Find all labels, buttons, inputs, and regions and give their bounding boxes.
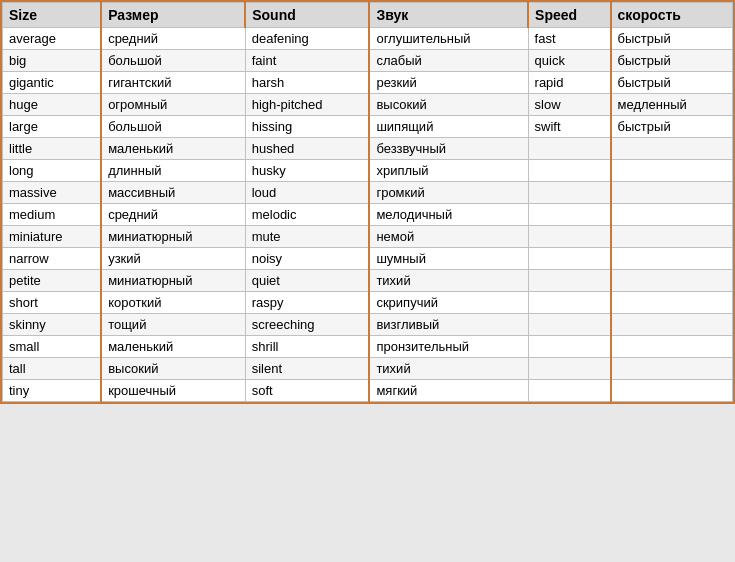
table-cell: miniature: [3, 226, 102, 248]
table-cell: medium: [3, 204, 102, 226]
table-cell: [611, 138, 733, 160]
table-cell: [611, 292, 733, 314]
table-cell: тихий: [369, 358, 528, 380]
table-cell: silent: [245, 358, 369, 380]
table-cell: беззвучный: [369, 138, 528, 160]
table-row: largeбольшойhissingшипящийswiftбыстрый: [3, 116, 733, 138]
table-cell: большой: [101, 116, 245, 138]
table-cell: большой: [101, 50, 245, 72]
table-cell: narrow: [3, 248, 102, 270]
table-row: longдлинныйhuskyхриплый: [3, 160, 733, 182]
table-cell: quiet: [245, 270, 369, 292]
table-cell: [611, 270, 733, 292]
header-sound-en: Sound: [245, 3, 369, 28]
table-row: averageсреднийdeafeningоглушительныйfast…: [3, 28, 733, 50]
table-cell: [611, 336, 733, 358]
table-cell: [528, 138, 611, 160]
table-cell: тихий: [369, 270, 528, 292]
table-row: massiveмассивныйloudгромкий: [3, 182, 733, 204]
table-cell: average: [3, 28, 102, 50]
table-cell: резкий: [369, 72, 528, 94]
table-cell: шипящий: [369, 116, 528, 138]
table-cell: быстрый: [611, 28, 733, 50]
table-cell: средний: [101, 28, 245, 50]
table-cell: harsh: [245, 72, 369, 94]
table-cell: скрипучий: [369, 292, 528, 314]
table-cell: [611, 160, 733, 182]
table-cell: [528, 314, 611, 336]
table-cell: little: [3, 138, 102, 160]
table-cell: [528, 248, 611, 270]
table-cell: high-pitched: [245, 94, 369, 116]
table-cell: шумный: [369, 248, 528, 270]
table-cell: raspy: [245, 292, 369, 314]
table-cell: [528, 380, 611, 402]
table-row: giganticгигантскийharshрезкийrapidбыстры…: [3, 72, 733, 94]
table-row: tinyкрошечныйsoftмягкий: [3, 380, 733, 402]
table-cell: длинный: [101, 160, 245, 182]
table-cell: маленький: [101, 336, 245, 358]
table-cell: screeching: [245, 314, 369, 336]
table-row: miniatureминиатюрныйmuteнемой: [3, 226, 733, 248]
table-cell: [611, 226, 733, 248]
table-cell: огромный: [101, 94, 245, 116]
table-cell: shrill: [245, 336, 369, 358]
table-cell: quick: [528, 50, 611, 72]
table-cell: huge: [3, 94, 102, 116]
table-cell: пронзительный: [369, 336, 528, 358]
table-cell: [528, 204, 611, 226]
table-row: littleмаленькийhushedбеззвучный: [3, 138, 733, 160]
table-cell: noisy: [245, 248, 369, 270]
table-cell: средний: [101, 204, 245, 226]
table-cell: быстрый: [611, 50, 733, 72]
table-cell: gigantic: [3, 72, 102, 94]
table-cell: слабый: [369, 50, 528, 72]
table-row: bigбольшойfaintслабыйquickбыстрый: [3, 50, 733, 72]
table-cell: [528, 270, 611, 292]
table-row: smallмаленькийshrillпронзительный: [3, 336, 733, 358]
table-cell: мелодичный: [369, 204, 528, 226]
table-cell: [528, 226, 611, 248]
table-cell: large: [3, 116, 102, 138]
table-cell: медленный: [611, 94, 733, 116]
table-row: mediumсреднийmelodicмелодичный: [3, 204, 733, 226]
header-sound-ru: Звук: [369, 3, 528, 28]
table-row: shortкороткийraspyскрипучий: [3, 292, 733, 314]
table-cell: big: [3, 50, 102, 72]
table-cell: tiny: [3, 380, 102, 402]
table-cell: tall: [3, 358, 102, 380]
table-cell: быстрый: [611, 116, 733, 138]
table-cell: быстрый: [611, 72, 733, 94]
table-row: hugeогромныйhigh-pitchedвысокийslowмедле…: [3, 94, 733, 116]
table-cell: hushed: [245, 138, 369, 160]
table-cell: [611, 248, 733, 270]
table-cell: short: [3, 292, 102, 314]
table-cell: hissing: [245, 116, 369, 138]
table-cell: мягкий: [369, 380, 528, 402]
table-cell: миниатюрный: [101, 226, 245, 248]
table-cell: гигантский: [101, 72, 245, 94]
table-cell: массивный: [101, 182, 245, 204]
table-cell: [528, 358, 611, 380]
table-cell: [611, 182, 733, 204]
table-row: narrowузкийnoisyшумный: [3, 248, 733, 270]
header-speed-ru: скорость: [611, 3, 733, 28]
table-cell: узкий: [101, 248, 245, 270]
table-cell: тощий: [101, 314, 245, 336]
table-cell: long: [3, 160, 102, 182]
table-cell: rapid: [528, 72, 611, 94]
table-cell: хриплый: [369, 160, 528, 182]
table-cell: slow: [528, 94, 611, 116]
header-size-ru: Размер: [101, 3, 245, 28]
table-cell: loud: [245, 182, 369, 204]
table-cell: deafening: [245, 28, 369, 50]
table-cell: высокий: [101, 358, 245, 380]
table-cell: fast: [528, 28, 611, 50]
table-cell: massive: [3, 182, 102, 204]
table-cell: melodic: [245, 204, 369, 226]
header-speed-en: Speed: [528, 3, 611, 28]
table-row: tallвысокийsilentтихий: [3, 358, 733, 380]
vocabulary-table: Size Размер Sound Звук Speed скорость av…: [0, 0, 735, 404]
table-cell: [528, 182, 611, 204]
table-cell: высокий: [369, 94, 528, 116]
